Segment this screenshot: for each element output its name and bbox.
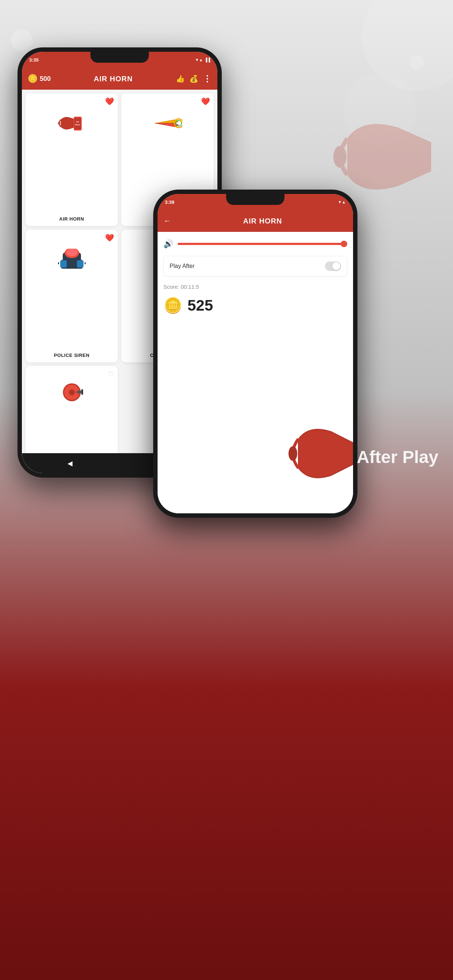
- party-horn-image: [150, 105, 186, 142]
- bike-bell-image: [30, 374, 113, 410]
- coin-count: 500: [40, 75, 51, 83]
- detail-content: 🔊 Play After Score: 00:11:5 🪙 525: [158, 232, 353, 513]
- svg-text:Horn: Horn: [75, 124, 80, 126]
- phone-2-time: 3:39: [165, 199, 174, 205]
- phone-2-status-icons: ▼▲: [338, 200, 346, 204]
- svg-point-4: [58, 122, 60, 124]
- police-siren-title: POLICE SIREN: [54, 353, 90, 358]
- volume-slider[interactable]: [178, 243, 347, 245]
- phone-1-notch: [91, 52, 149, 63]
- svg-text:Air: Air: [76, 121, 79, 123]
- coin-large-icon: 🪙: [163, 296, 182, 314]
- money-bag-icon[interactable]: 💰: [189, 75, 198, 83]
- after-play-label: After Play: [357, 447, 439, 467]
- app-title: AIR HORN: [54, 75, 172, 83]
- air-horn-card[interactable]: ❤️ Air Horn AIR HORN: [26, 93, 118, 226]
- play-after-row: Play After: [163, 256, 347, 276]
- phone-2-device: 3:39 ▼▲ ← AIR HORN 🔊 Play After: [153, 189, 357, 518]
- wifi-icon-2: ▼▲: [338, 200, 346, 204]
- svg-point-7: [180, 119, 182, 123]
- air-horn-title: AIR HORN: [59, 216, 84, 222]
- svg-rect-12: [60, 260, 67, 267]
- more-options-icon[interactable]: ⋮: [203, 74, 212, 84]
- volume-icon[interactable]: 🔊: [163, 239, 173, 249]
- wifi-icon: ▼▲: [195, 57, 203, 62]
- phone-1-time: 3:35: [29, 57, 39, 63]
- coin-badge: 🪙 500: [28, 74, 51, 83]
- toggle-knob: [332, 262, 340, 270]
- coin-icon: 🪙: [28, 74, 38, 83]
- signal-icon: ▐▐: [204, 57, 210, 62]
- decor-circle-1: [11, 29, 33, 51]
- police-siren-favorite-btn[interactable]: ❤️: [105, 233, 114, 242]
- phone-2-screen: 3:39 ▼▲ ← AIR HORN 🔊 Play After: [158, 194, 353, 513]
- horn-decoration: [287, 417, 353, 492]
- party-horn-favorite-btn[interactable]: ❤️: [201, 97, 210, 106]
- svg-rect-24: [81, 389, 83, 395]
- svg-rect-13: [77, 260, 83, 267]
- phone-1-app-header: 🪙 500 AIR HORN 👍 💰 ⋮: [22, 68, 217, 90]
- back-button[interactable]: ←: [163, 216, 171, 226]
- svg-point-26: [333, 146, 346, 168]
- police-siren-card[interactable]: ❤️: [26, 230, 118, 363]
- volume-knob: [341, 240, 347, 247]
- volume-control-row: 🔊: [163, 239, 347, 249]
- bike-bell-favorite-btn[interactable]: ♡: [108, 370, 114, 379]
- phone-2-app-header: ← AIR HORN: [158, 210, 353, 232]
- svg-point-25: [289, 446, 297, 461]
- play-after-label: Play After: [170, 263, 325, 269]
- header-actions: 👍 💰 ⋮: [176, 74, 212, 84]
- phone-2-notch: [226, 194, 284, 205]
- score-display: Score: 00:11:5: [163, 284, 347, 290]
- thumbs-up-icon[interactable]: 👍: [176, 75, 185, 83]
- air-horn-image: Air Horn: [54, 105, 90, 142]
- svg-point-22: [70, 390, 74, 395]
- play-after-toggle[interactable]: [325, 261, 341, 271]
- air-horn-favorite-btn[interactable]: ❤️: [105, 97, 114, 106]
- back-nav-btn[interactable]: ◀: [67, 460, 73, 468]
- coins-display-row: 🪙 525: [163, 296, 347, 314]
- phone-2-title: AIR HORN: [178, 217, 347, 225]
- svg-point-11: [66, 249, 78, 256]
- decor-circle-2: [409, 55, 424, 69]
- phone-1-status-icons: ▼▲ ▐▐: [195, 57, 210, 62]
- police-siren-image: [54, 241, 90, 278]
- coins-large-count: 525: [187, 297, 213, 314]
